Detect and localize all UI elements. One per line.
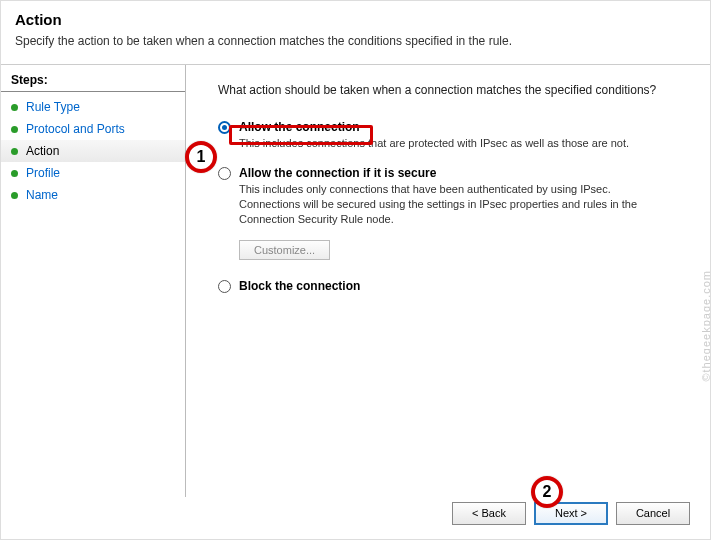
step-profile[interactable]: Profile <box>1 162 185 184</box>
step-bullet-icon <box>11 126 18 133</box>
step-label: Protocol and Ports <box>26 122 125 136</box>
step-label: Action <box>26 144 59 158</box>
radio-block-connection[interactable]: Block the connection <box>218 278 684 293</box>
wizard-footer: < Back Next > Cancel <box>1 495 710 539</box>
customize-button: Customize... <box>239 240 330 260</box>
page-subtitle: Specify the action to be taken when a co… <box>15 34 696 48</box>
cancel-button[interactable]: Cancel <box>616 502 690 525</box>
step-action[interactable]: Action <box>1 140 185 162</box>
steps-sidebar: Steps: Rule Type Protocol and Ports Acti… <box>1 65 186 497</box>
steps-heading: Steps: <box>1 73 185 92</box>
radio-allow-connection[interactable]: Allow the connection <box>218 119 684 134</box>
back-button[interactable]: < Back <box>452 502 526 525</box>
step-label: Name <box>26 188 58 202</box>
radio-icon[interactable] <box>218 167 231 180</box>
radio-label: Allow the connection <box>239 119 360 134</box>
step-label: Profile <box>26 166 60 180</box>
radio-desc: This includes only connections that have… <box>239 182 659 227</box>
action-question: What action should be taken when a conne… <box>218 83 684 97</box>
step-bullet-icon <box>11 148 18 155</box>
step-protocol-and-ports[interactable]: Protocol and Ports <box>1 118 185 140</box>
radio-icon[interactable] <box>218 280 231 293</box>
radio-label: Allow the connection if it is secure <box>239 165 436 180</box>
step-name[interactable]: Name <box>1 184 185 206</box>
radio-icon[interactable] <box>218 121 231 134</box>
wizard-header: Action Specify the action to be taken wh… <box>1 1 710 54</box>
step-rule-type[interactable]: Rule Type <box>1 96 185 118</box>
step-bullet-icon <box>11 104 18 111</box>
page-title: Action <box>15 11 696 28</box>
radio-label: Block the connection <box>239 278 360 293</box>
radio-allow-if-secure[interactable]: Allow the connection if it is secure <box>218 165 684 180</box>
step-label: Rule Type <box>26 100 80 114</box>
main-panel: What action should be taken when a conne… <box>186 65 710 497</box>
action-radio-group: Allow the connection This includes conne… <box>218 119 684 293</box>
radio-desc: This includes connections that are prote… <box>239 136 659 151</box>
next-button[interactable]: Next > <box>534 502 608 525</box>
step-bullet-icon <box>11 170 18 177</box>
step-bullet-icon <box>11 192 18 199</box>
